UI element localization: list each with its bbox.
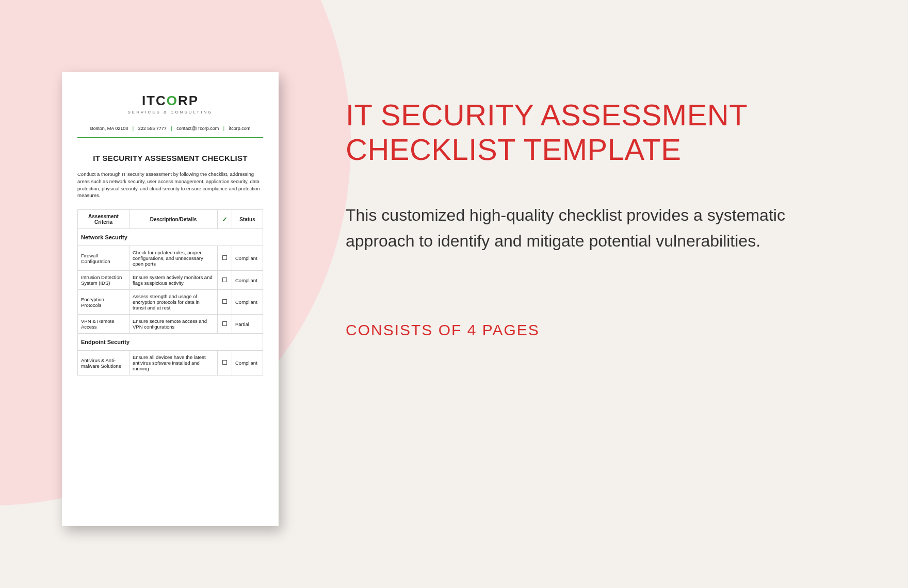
contact-phone: 222 555 7777: [138, 126, 167, 131]
col-header-status: Status: [232, 210, 263, 229]
checkbox-icon: [222, 360, 227, 365]
cell-checkbox: [218, 246, 232, 271]
cell-description: Ensure all devices have the latest antiv…: [129, 351, 218, 375]
table-row: Intrusion Detection System (IDS) Ensure …: [78, 271, 263, 290]
table-row: VPN & Remote Access Ensure secure remote…: [78, 315, 263, 334]
promo-panel: IT SECURITY ASSESSMENT CHECKLIST TEMPLAT…: [346, 98, 862, 339]
logo-block: ITCORP SERVICES & CONSULTING: [77, 93, 263, 115]
assessment-table: Assessment Criteria Description/Details …: [77, 209, 263, 375]
cell-criteria: Antivirus & Anti-malware Solutions: [78, 351, 129, 375]
document-title: IT SECURITY ASSESSMENT CHECKLIST: [77, 154, 263, 162]
separator: |: [223, 126, 224, 131]
contact-site: itcorp.com: [229, 126, 251, 131]
table-row: Firewall Configuration Check for updated…: [78, 246, 263, 271]
logo-text: ITCORP: [77, 93, 263, 109]
checkbox-icon: [222, 299, 227, 304]
cell-checkbox: [218, 315, 232, 334]
document-intro: Conduct a thorough IT security assessmen…: [77, 171, 263, 199]
cell-description: Check for updated rules, proper configur…: [129, 246, 218, 271]
cell-status: Compliant: [232, 246, 263, 271]
cell-description: Ensure system actively monitors and flag…: [129, 271, 218, 290]
logo-subtitle: SERVICES & CONSULTING: [77, 110, 263, 115]
logo-part-o: O: [167, 93, 178, 108]
separator: |: [133, 126, 134, 131]
contact-city: Boston, MA 02108: [90, 126, 128, 131]
section-header-row: Endpoint Security: [78, 334, 263, 351]
col-header-criteria: Assessment Criteria: [78, 210, 129, 229]
contact-line: Boston, MA 02108 | 222 555 7777 | contac…: [77, 126, 263, 131]
cell-criteria: Intrusion Detection System (IDS): [78, 271, 129, 290]
checkbox-icon: [222, 321, 227, 326]
divider: [77, 137, 263, 138]
cell-description: Assess strength and usage of encryption …: [129, 290, 218, 315]
cell-criteria: VPN & Remote Access: [78, 315, 129, 334]
cell-criteria: Encryption Protocols: [78, 290, 129, 315]
col-header-description: Description/Details: [129, 210, 218, 229]
checkbox-icon: [222, 277, 227, 282]
cell-checkbox: [218, 290, 232, 315]
promo-subcopy: This customized high-quality checklist p…: [346, 203, 800, 254]
table-row: Antivirus & Anti-malware Solutions Ensur…: [78, 351, 263, 375]
promo-headline: IT SECURITY ASSESSMENT CHECKLIST TEMPLAT…: [346, 98, 862, 167]
logo-part-rp: RP: [178, 93, 199, 108]
promo-pages: CONSISTS OF 4 PAGES: [346, 321, 862, 339]
checkmark-icon: ✓: [222, 216, 228, 223]
contact-email: contact@ITcorp.com: [176, 126, 219, 131]
cell-status: Compliant: [232, 290, 263, 315]
cell-description: Ensure secure remote access and VPN conf…: [129, 315, 218, 334]
cell-status: Compliant: [232, 351, 263, 375]
section-header-row: Network Security: [78, 229, 263, 246]
logo-part-c: C: [156, 93, 167, 108]
document-preview: ITCORP SERVICES & CONSULTING Boston, MA …: [62, 72, 279, 526]
separator: |: [171, 126, 172, 131]
col-header-check: ✓: [218, 210, 232, 229]
logo-part-it: IT: [142, 93, 156, 108]
cell-checkbox: [218, 271, 232, 290]
section-name: Network Security: [78, 229, 263, 246]
section-name: Endpoint Security: [78, 334, 263, 351]
cell-status: Compliant: [232, 271, 263, 290]
checkbox-icon: [222, 255, 227, 260]
cell-criteria: Firewall Configuration: [78, 246, 129, 271]
cell-status: Partial: [232, 315, 263, 334]
table-row: Encryption Protocols Assess strength and…: [78, 290, 263, 315]
cell-checkbox: [218, 351, 232, 375]
